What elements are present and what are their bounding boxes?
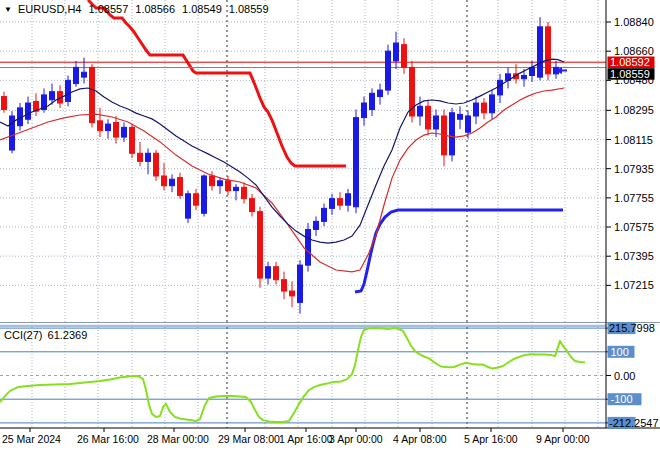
candle bbox=[202, 174, 207, 216]
chart-header: ▼ EURUSD,H4 1.08557 1.08566 1.08549 1.08… bbox=[4, 3, 269, 15]
terminal-chart-window: 1.088401.086601.084801.082951.081151.079… bbox=[0, 0, 660, 450]
cci-title: CCI(27) bbox=[4, 329, 43, 341]
cci-value: 61.2369 bbox=[48, 329, 88, 341]
price-axis-label: 1.07575 bbox=[614, 221, 654, 233]
price-axis-label: 1.08115 bbox=[614, 134, 653, 146]
cci-axis-label: 0.00 bbox=[614, 370, 635, 382]
time-axis-label: 5 Apr 16:00 bbox=[464, 433, 518, 445]
chart-canvas[interactable]: 1.088401.086601.084801.082951.081151.079… bbox=[0, 0, 660, 450]
cci-minmax-label: 215.7998 bbox=[609, 322, 655, 334]
time-axis-label: 3 Apr 00:00 bbox=[329, 433, 383, 445]
candle bbox=[130, 124, 135, 158]
candle bbox=[90, 64, 95, 127]
bid-price-tag-text: 1.08559 bbox=[610, 68, 650, 80]
time-axis-label: 4 Apr 08:00 bbox=[393, 433, 447, 445]
candle bbox=[546, 22, 551, 80]
candle bbox=[10, 111, 15, 153]
cci-level-tag-text: 100 bbox=[611, 346, 629, 358]
candle bbox=[154, 150, 159, 181]
time-axis-label: 26 Mar 16:00 bbox=[77, 433, 139, 445]
candle bbox=[186, 191, 191, 223]
price-axis-label: 1.07935 bbox=[614, 163, 654, 175]
quote-low: 1.08549 bbox=[182, 3, 222, 15]
candle bbox=[306, 223, 311, 272]
cci-minmax-label: -212.2547 bbox=[609, 417, 659, 429]
price-axis-label: 1.07395 bbox=[614, 250, 654, 262]
time-axis-label: 28 Mar 00:00 bbox=[147, 433, 209, 445]
time-axis-label: 1 Apr 16:00 bbox=[279, 433, 333, 445]
quote-open: 1.08557 bbox=[89, 3, 129, 15]
candle bbox=[66, 75, 71, 106]
candle bbox=[410, 61, 415, 123]
candle bbox=[258, 207, 263, 288]
quote-close: 1.08559 bbox=[229, 3, 269, 15]
time-axis-label: 29 Mar 08:00 bbox=[218, 433, 280, 445]
cci-level-tag-text: -100 bbox=[611, 393, 633, 405]
time-axis-label: 9 Apr 00:00 bbox=[536, 433, 590, 445]
quote-high: 1.08566 bbox=[135, 3, 175, 15]
symbol-timeframe-label: EURUSD,H4 bbox=[18, 3, 82, 15]
cci-indicator-label: CCI(27) 61.2369 bbox=[4, 329, 87, 341]
ask-price-tag-text: 1.08592 bbox=[610, 56, 650, 68]
candle bbox=[354, 110, 359, 214]
candle bbox=[450, 108, 455, 161]
time-axis-label: 25 Mar 2024 bbox=[2, 433, 61, 445]
candle bbox=[538, 17, 543, 80]
price-axis-label: 1.07215 bbox=[614, 279, 654, 291]
price-axis-label: 1.08295 bbox=[614, 104, 654, 116]
price-axis-label: 1.08840 bbox=[614, 16, 654, 28]
price-axis-label: 1.07755 bbox=[614, 192, 654, 204]
candle bbox=[386, 45, 391, 95]
symbol-dropdown-icon[interactable]: ▼ bbox=[4, 5, 12, 14]
